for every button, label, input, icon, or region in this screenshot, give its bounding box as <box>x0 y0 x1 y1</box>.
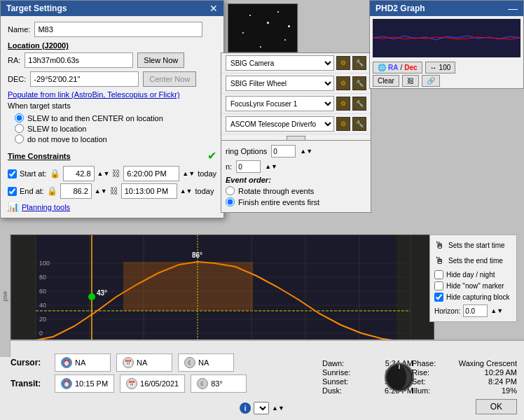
sets-start-row: 🖱 Sets the start time <box>434 239 512 251</box>
radio-no-move-label: do not move to location <box>27 135 107 144</box>
focuser-btn1[interactable]: ⚙ <box>336 97 350 111</box>
start-label: Start at: <box>20 169 47 178</box>
sets-end-label: Sets the end time <box>448 257 503 265</box>
ra-input[interactable] <box>25 52 133 68</box>
hide-day-checkbox[interactable] <box>434 270 443 279</box>
illum-value: 19% <box>502 386 517 395</box>
phd2-link-button[interactable]: ⛓ <box>402 75 419 87</box>
dec-input[interactable] <box>30 71 139 87</box>
ok-button[interactable]: OK <box>476 399 517 414</box>
filter-select[interactable]: SBIG Filter Wheel <box>226 76 334 91</box>
camera-btn1[interactable]: ⚙ <box>336 56 350 70</box>
chart-right-controls: 🖱 Sets the start time 🖱 Sets the end tim… <box>429 234 517 322</box>
end-checkbox[interactable] <box>8 187 17 196</box>
phd2-scale-button[interactable]: ↔ 100 <box>425 62 456 74</box>
phd2-clear-button[interactable]: Clear <box>373 75 399 87</box>
focuser-btn2[interactable]: 🔧 <box>352 97 366 111</box>
start-time-spinner[interactable]: ▲▼ <box>182 170 195 177</box>
horizon-row: Horizon: ▲▼ <box>434 304 512 317</box>
transit-time-icon: ⏰ <box>61 378 72 389</box>
focuser-select[interactable]: FocusLynx Focuser 1 <box>226 96 334 111</box>
cursor-alt-value: NA <box>198 358 209 367</box>
sets-start-label: Sets the start time <box>448 241 505 249</box>
filter-btn1[interactable]: ⚙ <box>336 76 350 90</box>
cursor-time-cell: ⏰ NA <box>55 354 111 372</box>
cursor-date-cell: 📅 NA <box>116 354 172 372</box>
event-order-title: Event order: <box>226 176 366 184</box>
transit-date-cell: 📅 16/05/2021 <box>120 374 185 393</box>
end-label: End at: <box>20 187 44 195</box>
target-dialog-titlebar: Target Settings ✕ <box>1 1 223 16</box>
mouse-end-icon: 🖱 <box>434 255 444 266</box>
dusk-label: Dusk: <box>322 386 342 395</box>
start-time-input[interactable] <box>123 166 179 181</box>
radio-slew-center[interactable] <box>15 113 24 122</box>
populate-link[interactable]: Populate from link (AstroBin, Telescopiu… <box>8 90 216 99</box>
planning-tools-link[interactable]: 📊 Planning tools <box>8 202 216 212</box>
equip-row-camera: SBIG Camera ⚙ 🔧 <box>221 53 371 74</box>
start-checkbox[interactable] <box>8 169 17 178</box>
filter-value-input[interactable] <box>271 145 296 158</box>
set-value: 8:24 PM <box>488 377 517 386</box>
telescope-btn2[interactable]: 🔧 <box>352 117 366 131</box>
cursor-label: Cursor: <box>11 358 49 368</box>
bottom-dropdown[interactable] <box>254 402 269 414</box>
radio-slew-label: SLEW to location <box>27 125 86 133</box>
illum-label: Illum: <box>412 386 430 395</box>
start-today-label: today <box>198 169 216 178</box>
start-lock-icon: 🔒 <box>50 169 60 178</box>
end-alt-spinner[interactable]: ▲▼ <box>95 188 107 195</box>
radio-no-move[interactable] <box>15 134 24 144</box>
phd2-unlink-button[interactable]: 🔗 <box>422 75 440 87</box>
cursor-alt-cell: ☾ NA <box>178 354 234 372</box>
phd2-close[interactable]: — <box>508 4 518 13</box>
filter-spinner[interactable]: ▲▼ <box>300 148 312 155</box>
svg-text:100: 100 <box>39 260 50 267</box>
svg-point-22 <box>88 293 95 300</box>
hide-capturing-checkbox[interactable] <box>434 293 443 302</box>
end-alt-input[interactable] <box>60 183 92 199</box>
phd2-radec-button[interactable]: 🌐 RA/Dec <box>373 62 422 74</box>
set-label: Set: <box>412 377 426 386</box>
phd2-graph-panel: PHD2 Graph — 🌐 RA/Dec ↔ 100 Clear ⛓ 🔗 <box>369 0 524 89</box>
target-dialog-close[interactable]: ✕ <box>209 4 218 13</box>
cursor-time-icon: ⏰ <box>61 357 72 368</box>
filter-btn2[interactable]: 🔧 <box>352 76 366 90</box>
telescope-select[interactable]: ASCOM Telescope Driverfo <box>226 116 334 132</box>
options-panel: ring Options ▲▼ n: ▲▼ Event order: Rotat… <box>221 140 371 213</box>
svg-rect-2 <box>11 235 36 357</box>
sunrise-label: Sunrise: <box>322 368 350 377</box>
transit-alt-icon: ☾ <box>197 378 208 389</box>
telescope-btn1[interactable]: ⚙ <box>336 117 350 131</box>
n-label: n: <box>226 162 232 171</box>
cursor-date-icon: 📅 <box>123 357 134 368</box>
cursor-alt-icon: ☾ <box>184 357 195 368</box>
bottom-spinner-arrows[interactable]: ▲▼ <box>272 405 284 412</box>
n-spinner[interactable]: ▲▼ <box>265 163 277 170</box>
camera-btn2[interactable]: 🔧 <box>352 56 366 70</box>
n-value-input[interactable] <box>236 160 261 173</box>
radio-rotate[interactable] <box>226 186 235 195</box>
radio-slew[interactable] <box>15 124 24 133</box>
rise-value: 10:29 AM <box>485 368 517 377</box>
center-now-button[interactable]: Center Now <box>143 71 196 87</box>
moon-knob <box>384 362 415 393</box>
horizon-spinner[interactable]: ▲▼ <box>490 307 503 314</box>
slew-now-button[interactable]: Slew Now <box>137 52 184 68</box>
svg-rect-3 <box>397 235 434 357</box>
hide-now-checkbox[interactable] <box>434 281 443 290</box>
radio-finish[interactable] <box>226 197 235 206</box>
end-time-spinner[interactable]: ▲▼ <box>180 188 193 195</box>
phase-label: Phase: <box>412 359 436 368</box>
camera-select[interactable]: SBIG Camera <box>226 55 334 71</box>
hide-capturing-label: Hide capturing block <box>446 293 510 301</box>
name-input[interactable] <box>34 22 202 37</box>
phase-panel: Phase: Waxing Crescent Rise: 10:29 AM Se… <box>412 359 517 396</box>
start-alt-input[interactable] <box>63 166 95 181</box>
equip-row-focuser: FocusLynx Focuser 1 ⚙ 🔧 <box>221 94 371 114</box>
time-constraints-header: Time Constraints <box>8 152 71 160</box>
end-today-label: today <box>195 187 214 195</box>
start-alt-spinner[interactable]: ▲▼ <box>97 170 110 177</box>
end-time-input[interactable] <box>121 183 177 199</box>
horizon-input[interactable] <box>463 304 488 317</box>
